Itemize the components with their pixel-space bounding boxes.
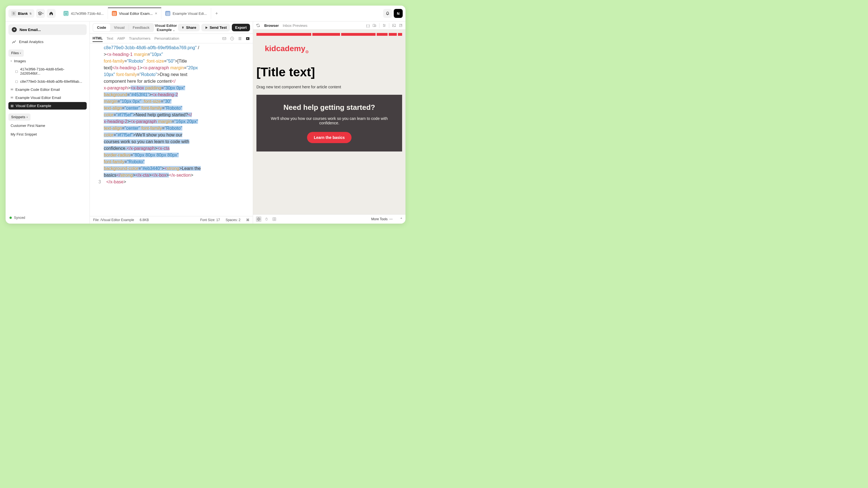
new-email-button[interactable]: + New Email...: [8, 24, 87, 35]
separator: [379, 23, 379, 28]
share-icon: [181, 26, 185, 29]
grid-icon[interactable]: [272, 216, 277, 222]
preview-column: Browser Inbox Previews { } kidcademy⊙: [253, 22, 405, 224]
subtab-personalization[interactable]: Personalization: [154, 35, 179, 42]
email-icon: ✉: [11, 96, 13, 99]
subtab-transformers[interactable]: Transformers: [129, 35, 150, 42]
file-name: 417e3f98-71bb-4dd8-b5eb-2d26546bf...: [20, 67, 85, 75]
email-analytics-link[interactable]: Email Analytics: [8, 37, 87, 47]
cta-section: Need help getting started? We'll show yo…: [256, 95, 402, 152]
popout-icon[interactable]: [399, 24, 403, 27]
cta-button[interactable]: Learn the basics: [307, 132, 351, 143]
email-file-2[interactable]: ▤ Visual Editor Example: [8, 102, 87, 109]
image-file-0[interactable]: ▢ 417e3f98-71bb-4dd8-b5eb-2d26546bf...: [8, 65, 87, 77]
segment-feedback[interactable]: Feedback: [129, 24, 154, 31]
tab-label: 417e3f98-71bb-4d...: [71, 11, 103, 15]
video-icon[interactable]: [246, 36, 250, 41]
chevron-down-icon: ⌄: [173, 29, 175, 32]
separator: [389, 23, 389, 28]
refresh-icon[interactable]: [256, 23, 260, 28]
preview-tab-inbox[interactable]: Inbox Previews: [283, 24, 307, 28]
subtab-text[interactable]: Text: [106, 35, 113, 42]
new-tab-button[interactable]: +: [211, 8, 222, 19]
file-title-dropdown[interactable]: Visual Editor Example ⌄: [154, 24, 178, 32]
decorative-stripes: [256, 33, 402, 36]
more-tools-button[interactable]: More Tools ⋯ ⌃: [371, 217, 403, 221]
file-tab-0[interactable]: ▢ 417e3f98-71bb-4d...: [60, 8, 108, 19]
envelope-icon[interactable]: [222, 36, 226, 41]
sync-label: Synced: [14, 216, 25, 220]
email-icon: ✉: [11, 88, 13, 91]
close-icon[interactable]: ×: [155, 11, 157, 15]
devices-icon[interactable]: [372, 24, 376, 27]
analytics-label: Email Analytics: [19, 40, 43, 44]
file-path: File: /Visual Editor Example: [93, 218, 134, 222]
file-name: Visual Editor Example: [16, 104, 51, 108]
top-bar: B Blank ⇅ ▾ ▢ 417e3f98-71bb-4d... ▤ Visu…: [6, 6, 405, 22]
editor-status-bar: File: /Visual Editor Example 6.8KB Font …: [90, 216, 253, 224]
preview-paragraph: Drag new text component here for article…: [256, 85, 402, 89]
image-icon[interactable]: [392, 24, 396, 27]
segment-visual[interactable]: Visual: [110, 24, 129, 31]
images-folder[interactable]: ▾ Images: [8, 57, 87, 65]
sidebar: + New Email... Email Analytics Files ▾ ▾…: [6, 22, 90, 224]
email-file-1[interactable]: ✉ Example Visual Editor Email: [8, 94, 87, 101]
file-name: Example Code Editor Email: [16, 88, 60, 92]
new-email-label: New Email...: [20, 28, 41, 32]
preview-bottom-bar: More Tools ⋯ ⌃: [253, 215, 405, 224]
user-avatar[interactable]: N: [394, 9, 403, 18]
code-content[interactable]: c8e779e0-3cbb-48d6-a0fb-69ef99aba769.png…: [104, 44, 253, 215]
line-gutter: 3: [90, 44, 104, 215]
notifications-button[interactable]: [383, 9, 392, 18]
keyboard-indicator[interactable]: ⌘: [246, 218, 249, 222]
snippet-0[interactable]: Customer First Name: [8, 122, 87, 129]
home-button[interactable]: [47, 9, 56, 18]
subtab-html[interactable]: HTML: [93, 35, 103, 42]
share-button[interactable]: Share: [178, 24, 200, 31]
images-label: Images: [14, 59, 26, 63]
editor-toolbar: Code Visual Feedback Visual Editor Examp…: [90, 22, 253, 34]
sliders-icon[interactable]: [382, 24, 386, 27]
sync-dot-icon: [9, 217, 12, 219]
file-tab-2[interactable]: ▤ Example Visual Edi...: [161, 8, 211, 19]
home-icon: [49, 11, 54, 15]
send-test-button[interactable]: Send Test: [202, 24, 230, 31]
brand-logo: kidcademy⊙: [265, 44, 402, 54]
files-section-header[interactable]: Files ▾: [8, 50, 24, 57]
expand-icon: ▾: [11, 60, 12, 62]
font-size-indicator[interactable]: Font Size: 17: [200, 218, 220, 222]
subtab-amp[interactable]: AMP: [117, 35, 125, 42]
image-file-1[interactable]: ▢ c8e779e0-3cbb-48d6-a0fb-69ef99ab...: [8, 78, 87, 85]
snippets-section-header[interactable]: Snippets ▾: [8, 113, 30, 121]
editor-tool-icons: [222, 36, 250, 41]
cta-heading: Need help getting started?: [268, 103, 391, 112]
view-mode-segments: Code Visual Feedback: [93, 23, 154, 32]
stack-button[interactable]: ▾: [36, 9, 45, 18]
indent-indicator[interactable]: Spaces: 2: [226, 218, 241, 222]
main-area: + New Email... Email Analytics Files ▾ ▾…: [6, 22, 405, 224]
email-preview: kidcademy⊙ [Title text] Drag new text co…: [253, 30, 405, 215]
dropdown-icon: ▾: [20, 52, 21, 55]
history-icon[interactable]: [230, 36, 234, 41]
mouse-icon[interactable]: [264, 216, 269, 222]
list-icon[interactable]: [238, 36, 242, 41]
email-file-0[interactable]: ✉ Example Code Editor Email: [8, 86, 87, 93]
analytics-icon: [12, 39, 16, 44]
language-tabs: HTML Text AMP Transformers Personalizati…: [90, 34, 253, 43]
plus-circle-icon: +: [12, 27, 17, 32]
email-file-icon: ▤: [165, 11, 170, 16]
image-icon: ▢: [15, 80, 18, 83]
snippet-1[interactable]: My First Snippet: [8, 131, 87, 138]
file-tab-1[interactable]: ▤ Visual Editor Exam... ×: [108, 7, 162, 19]
export-button[interactable]: Export: [232, 24, 250, 31]
segment-code[interactable]: Code: [93, 24, 110, 31]
workspace-selector[interactable]: B Blank ⇅: [8, 9, 34, 18]
file-tabs: ▢ 417e3f98-71bb-4d... ▤ Visual Editor Ex…: [60, 8, 381, 19]
code-editor[interactable]: 3 c8e779e0-3cbb-48d6-a0fb-69ef99aba769.p…: [90, 43, 253, 216]
braces-icon[interactable]: { }: [366, 24, 370, 28]
target-icon[interactable]: [256, 216, 261, 222]
chevron-up-icon[interactable]: ⌃: [400, 217, 403, 221]
stack-icon: [38, 11, 42, 15]
preview-tab-browser[interactable]: Browser: [264, 24, 279, 28]
file-name: c8e779e0-3cbb-48d6-a0fb-69ef99ab...: [20, 79, 82, 84]
